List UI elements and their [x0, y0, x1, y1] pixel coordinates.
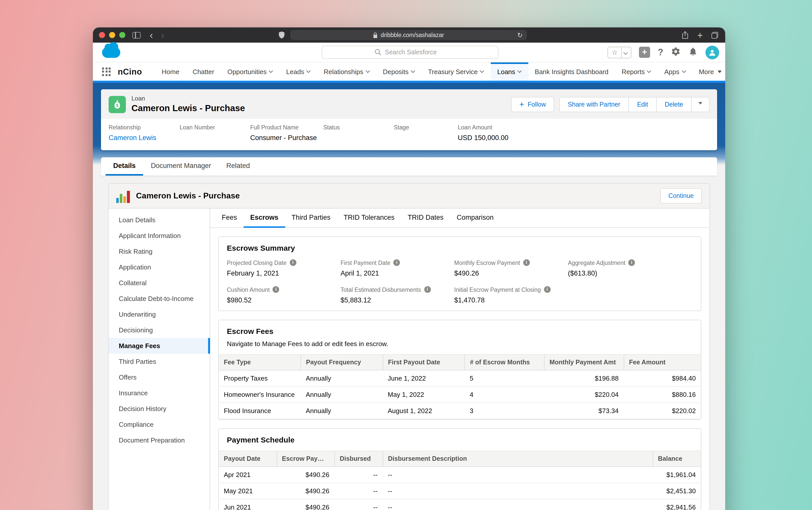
- info-icon[interactable]: i: [544, 286, 550, 293]
- quick-create-icon[interactable]: +: [639, 47, 650, 58]
- delete-button[interactable]: Delete: [657, 97, 692, 111]
- tab-document-manager[interactable]: Document Manager: [143, 157, 219, 176]
- sidebar-item-insurance[interactable]: Insurance: [109, 385, 210, 401]
- user-avatar[interactable]: [705, 46, 719, 59]
- tab-overview-icon[interactable]: [712, 32, 718, 38]
- column-header[interactable]: # of Escrow Months: [465, 355, 544, 370]
- column-header[interactable]: Payout Date: [219, 451, 277, 467]
- nav-item-more[interactable]: More: [692, 62, 725, 81]
- column-header[interactable]: Balance: [652, 451, 701, 467]
- tab-escrows[interactable]: Escrows: [243, 209, 285, 228]
- more-actions-button[interactable]: [692, 97, 709, 111]
- svg-text:$: $: [116, 103, 118, 107]
- reload-icon[interactable]: ↻: [517, 31, 523, 39]
- summary-field-aggregate-adjustment: Aggregate Adjustmenti ($613.80): [568, 259, 693, 277]
- tab-related[interactable]: Related: [219, 157, 258, 176]
- follow-button[interactable]: +Follow: [511, 97, 554, 112]
- nav-item-leads[interactable]: Leads: [280, 62, 317, 81]
- column-header[interactable]: Payout Frequency: [301, 355, 383, 370]
- sidebar-item-loan-details[interactable]: Loan Details: [109, 212, 210, 228]
- favorites-star-icon[interactable]: ☆: [608, 47, 622, 58]
- column-header[interactable]: Fee Type: [219, 355, 301, 370]
- sidebar-item-applicant-information[interactable]: Applicant Information: [109, 228, 210, 244]
- nav-item-chatter[interactable]: Chatter: [186, 62, 221, 81]
- browser-toolbar: ‹ › dribbble.com/sashalazar ↻ +: [93, 27, 725, 42]
- escrows-summary-section: Escrows Summary Projected Closing Datei …: [218, 237, 701, 311]
- loan-detail-card: Cameron Lewis - Purchase Continue Loan D…: [108, 183, 710, 510]
- browser-back-button[interactable]: ‹: [150, 30, 153, 40]
- nav-item-reports[interactable]: Reports: [615, 62, 658, 81]
- nav-item-bank-insights-dashboard[interactable]: Bank Insights Dashboard: [528, 62, 615, 81]
- continue-button[interactable]: Continue: [660, 188, 702, 204]
- tab-trid-dates[interactable]: TRID Dates: [401, 209, 450, 228]
- info-icon[interactable]: i: [523, 259, 530, 266]
- nav-item-apps[interactable]: Apps: [658, 62, 692, 81]
- setup-gear-icon[interactable]: [671, 47, 680, 58]
- search-input[interactable]: [385, 49, 446, 56]
- nav-item-relationships[interactable]: Relationships: [317, 62, 376, 81]
- browser-forward-button[interactable]: ›: [161, 30, 165, 40]
- close-window-button[interactable]: [99, 32, 105, 38]
- column-header[interactable]: Monthly Payment Amt: [544, 355, 624, 370]
- info-icon[interactable]: i: [273, 286, 280, 293]
- info-icon[interactable]: i: [424, 286, 431, 293]
- sidebar-item-document-preparation[interactable]: Document Preparation: [109, 432, 210, 448]
- column-header[interactable]: First Payout Date: [383, 355, 465, 370]
- nav-item-home[interactable]: Home: [155, 62, 186, 81]
- record-title: Cameron Lewis - Purchase: [132, 103, 245, 114]
- summary-field-cushion-amount: Cushion Amounti $980.52: [227, 286, 341, 304]
- column-header[interactable]: Escrow Payment: [277, 451, 335, 467]
- nav-item-treasury-service[interactable]: Treasury Service: [422, 62, 491, 81]
- sidebar-item-manage-fees[interactable]: Manage Fees: [109, 338, 210, 354]
- info-icon[interactable]: i: [394, 259, 400, 266]
- browser-sidebar-icon[interactable]: [133, 32, 141, 38]
- info-icon[interactable]: i: [290, 259, 296, 266]
- favorites-dropdown-icon[interactable]: [622, 48, 631, 57]
- tab-fees[interactable]: Fees: [215, 209, 243, 228]
- tab-comparison[interactable]: Comparison: [450, 209, 500, 228]
- column-header[interactable]: Disbursed: [335, 451, 383, 467]
- sidebar-item-compliance[interactable]: Compliance: [109, 417, 210, 432]
- field-relationship: Relationship Cameron Lewis: [109, 124, 180, 143]
- info-icon[interactable]: i: [628, 259, 635, 266]
- app-brand-name: nCino: [118, 67, 142, 77]
- relationship-link[interactable]: Cameron Lewis: [109, 134, 180, 143]
- tab-third-parties[interactable]: Third Parties: [285, 209, 337, 228]
- nav-item-loans[interactable]: Loans: [491, 62, 528, 81]
- help-icon[interactable]: ?: [658, 47, 663, 58]
- nav-item-opportunities[interactable]: Opportunities: [221, 62, 280, 81]
- app-launcher-icon[interactable]: [102, 67, 111, 76]
- new-tab-icon[interactable]: +: [697, 30, 703, 40]
- sidebar-item-application[interactable]: Application: [109, 259, 210, 275]
- sidebar-item-offers[interactable]: Offers: [109, 369, 210, 385]
- privacy-shield-icon[interactable]: [279, 31, 285, 40]
- notifications-bell-icon[interactable]: [688, 47, 698, 58]
- column-header[interactable]: Fee Amount: [624, 355, 701, 370]
- zoom-window-button[interactable]: [119, 32, 125, 38]
- sidebar-item-underwriting[interactable]: Underwriting: [109, 306, 210, 322]
- sidebar-item-decision-history[interactable]: Decision History: [109, 401, 210, 417]
- sidebar-item-decisioning[interactable]: Decisioning: [109, 322, 210, 338]
- favorites-control[interactable]: ☆: [608, 47, 631, 58]
- table-row: Jun 2021$490.26----$2,941.56: [219, 499, 701, 510]
- tab-details[interactable]: Details: [106, 157, 143, 176]
- sidebar-item-calculate-debt-to-income[interactable]: Calculate Debt-to-Income: [109, 291, 210, 306]
- lock-icon: [373, 32, 378, 38]
- share-icon[interactable]: [682, 31, 689, 39]
- chevron-down-icon: [366, 69, 370, 73]
- address-bar[interactable]: dribbble.com/sashalazar ↻: [290, 30, 527, 40]
- salesforce-logo[interactable]: [102, 47, 120, 58]
- sidebar-item-third-parties[interactable]: Third Parties: [109, 354, 210, 369]
- chevron-down-icon: [682, 69, 686, 73]
- nav-item-deposits[interactable]: Deposits: [376, 62, 422, 81]
- global-search-box[interactable]: [322, 46, 498, 59]
- triangle-down-icon: [698, 102, 702, 107]
- sidebar-item-collateral[interactable]: Collateral: [109, 275, 210, 291]
- tab-trid-tolerances[interactable]: TRID Tolerances: [337, 209, 401, 228]
- edit-button[interactable]: Edit: [629, 97, 657, 111]
- column-header[interactable]: Disbursement Description: [383, 451, 652, 467]
- minimize-window-button[interactable]: [109, 32, 115, 38]
- table-row: May 2021$490.26----$2,451.30: [219, 483, 701, 499]
- share-with-partner-button[interactable]: Share with Partner: [560, 97, 629, 111]
- sidebar-item-risk-rating[interactable]: Risk Rating: [109, 244, 210, 259]
